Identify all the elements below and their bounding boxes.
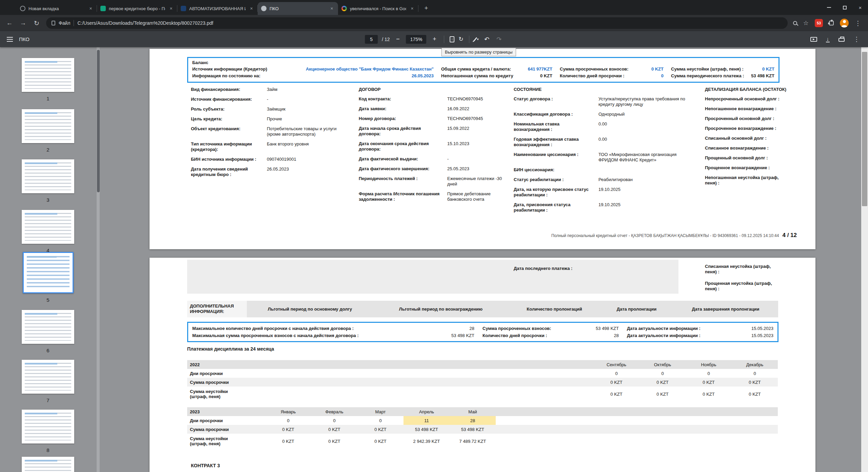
bookmark-star-icon[interactable]: ☆: [803, 19, 809, 27]
page-number-input[interactable]: 5: [365, 35, 378, 44]
undo-button[interactable]: ↶: [483, 36, 491, 43]
column-header: Льготный период по основному долгу: [247, 307, 373, 312]
tab-close-icon[interactable]: ×: [329, 6, 335, 12]
field-label: Дата, присвоения статуса реабилитации :: [514, 202, 598, 213]
field-label: Максимальное количество дней просрочки с…: [192, 326, 354, 332]
page-thumbnail-8[interactable]: [22, 410, 74, 444]
field-label: Количество дней просрочки :: [560, 73, 625, 79]
table-cell: 0: [357, 418, 403, 423]
fit-page-button[interactable]: ↕: [450, 36, 455, 42]
chevron-down-icon: ▾: [477, 37, 479, 41]
field-label: Периодичность платежей :: [359, 176, 447, 187]
back-button[interactable]: ←: [5, 19, 14, 27]
field-value: 25.05.2023: [447, 166, 514, 172]
field-value: 0 KZT: [651, 66, 664, 72]
page-thumbnail-2[interactable]: [22, 109, 74, 143]
footer-text: Полный персональный кредитный отчет - ҚА…: [551, 233, 779, 238]
tab-close-icon[interactable]: ×: [409, 6, 415, 12]
payment-table-2023: 2023 Январь Февраль Март Апрель Май Дни …: [187, 407, 778, 449]
field-value: Ежемесячные платежи -30 дней: [447, 176, 514, 187]
field-value: 15.05.2023: [751, 326, 773, 332]
page-count-label: / 12: [382, 37, 390, 42]
browser-menu-icon[interactable]: ⋮: [855, 19, 861, 27]
field-label: Списанное вознаграждение :: [705, 145, 772, 151]
page-thumbnail-3[interactable]: [22, 159, 74, 193]
tab-title: первое кредитное бюро - По...: [109, 6, 165, 11]
field-label: Источник информации (Кредитор): [192, 66, 267, 72]
reload-button[interactable]: ↻: [33, 19, 41, 27]
tab-google-search[interactable]: увеличивался - Поиск в Goog... ×: [338, 2, 418, 15]
table-cell: 0 KZT: [265, 439, 311, 444]
field-value: Банк второго уровня: [267, 141, 359, 152]
download-button[interactable]: ↓: [826, 36, 830, 42]
field-value: 0 KZT: [540, 73, 552, 79]
address-divider: [74, 20, 74, 26]
page-thumbnail-6[interactable]: [22, 310, 74, 344]
profile-avatar[interactable]: [840, 19, 849, 27]
zoom-find-icon[interactable]: [793, 21, 797, 25]
field-label: Общая сумма кредита / валюта:: [441, 66, 511, 72]
table-cell: 0: [311, 418, 357, 423]
page-thumbnail-5-selected[interactable]: [23, 252, 74, 293]
page-thumbnail-7[interactable]: [22, 360, 74, 394]
main-scrollbar-thumb[interactable]: [862, 52, 867, 206]
row-label: Сумма неустойки (штраф, пеня): [190, 436, 246, 446]
table-cell: 0: [265, 418, 311, 423]
print-button[interactable]: [839, 38, 845, 42]
zoom-in-button[interactable]: +: [431, 36, 439, 43]
tab-close-icon[interactable]: ×: [249, 6, 254, 12]
tab-automated-info[interactable]: АВТОМАТИЗИРОВАННАЯ ИН... ×: [177, 2, 258, 15]
redo-button[interactable]: ↷: [495, 36, 503, 43]
month-header: Февраль: [311, 409, 357, 414]
adblock-extension-badge[interactable]: 53: [815, 19, 823, 27]
field-label: Непогашенная сумма по кредиту: [441, 73, 513, 79]
annotate-button[interactable]: ▾: [475, 37, 479, 42]
extensions-icon[interactable]: [829, 21, 834, 25]
tab-close-icon[interactable]: ×: [88, 6, 94, 12]
tab-new-tab[interactable]: Новая вкладка ×: [17, 2, 97, 15]
window-close-button[interactable]: ×: [852, 0, 868, 15]
file-scheme-label: Файл: [59, 20, 70, 26]
section-label: ДОПОЛНИТЕЛЬНАЯ ИНФОРМАЦИЯ:: [187, 301, 247, 317]
present-button[interactable]: [810, 37, 817, 42]
zoom-out-button[interactable]: −: [394, 36, 402, 43]
zoom-level: 175%: [406, 35, 427, 44]
new-tab-button[interactable]: +: [421, 3, 431, 14]
month-header: Октябрь: [639, 362, 686, 367]
address-bar[interactable]: Файл C:/Users/Asus/Downloads/Telegram%20…: [46, 17, 788, 29]
pdf-more-menu-icon[interactable]: ⋮: [853, 35, 860, 43]
tab-pko-active[interactable]: ПКО ×: [258, 2, 338, 15]
field-value: TECHNO6970945: [447, 96, 514, 102]
field-value: Однородный: [598, 112, 705, 117]
pdf-menu-icon[interactable]: [7, 39, 13, 40]
tab-credit-bureau[interactable]: первое кредитное бюро - По... ×: [97, 2, 177, 15]
table-cell: 0 KZT: [311, 439, 357, 444]
sidebar-scrollbar-thumb[interactable]: [97, 50, 100, 192]
rotate-button[interactable]: ↻: [459, 36, 463, 43]
thumbnail-number: 2: [0, 147, 96, 153]
field-label: Сумма периодического платежа :: [671, 73, 744, 79]
page-thumbnail-9[interactable]: [22, 457, 74, 472]
tab-bar: Новая вкладка × первое кредитное бюро - …: [0, 0, 868, 15]
field-label: Цель кредита:: [191, 116, 267, 122]
page-thumbnail-4[interactable]: [22, 210, 74, 244]
field-value: Реабилитирован: [598, 177, 705, 182]
window-minimize-button[interactable]: [821, 0, 837, 15]
main-scrollbar[interactable]: [861, 47, 868, 472]
column-header: СОСТОЯНИЕ: [514, 87, 705, 92]
window-maximize-button[interactable]: [837, 0, 852, 15]
table-cell: 53 498 KZT: [450, 427, 496, 432]
sidebar-scrollbar[interactable]: [97, 47, 100, 472]
field-value: 53 498 KZT: [451, 333, 474, 339]
tab-close-icon[interactable]: ×: [168, 6, 174, 12]
field-label: Дата начала срока действия договора:: [359, 126, 447, 137]
field-label: Источник финансирования:: [191, 97, 267, 102]
forward-button[interactable]: →: [19, 19, 27, 27]
payment-discipline-title: Платежная дисциплина за 24 месяца: [187, 346, 274, 352]
field-label: Списанный основной долг :: [705, 136, 770, 141]
field-label: Объект кредитования:: [191, 126, 267, 137]
tab-favicon: [100, 6, 106, 11]
thumbnail-preview: [25, 112, 71, 140]
page-thumbnail-1[interactable]: [22, 58, 74, 92]
thumbnail-preview: [25, 363, 71, 391]
